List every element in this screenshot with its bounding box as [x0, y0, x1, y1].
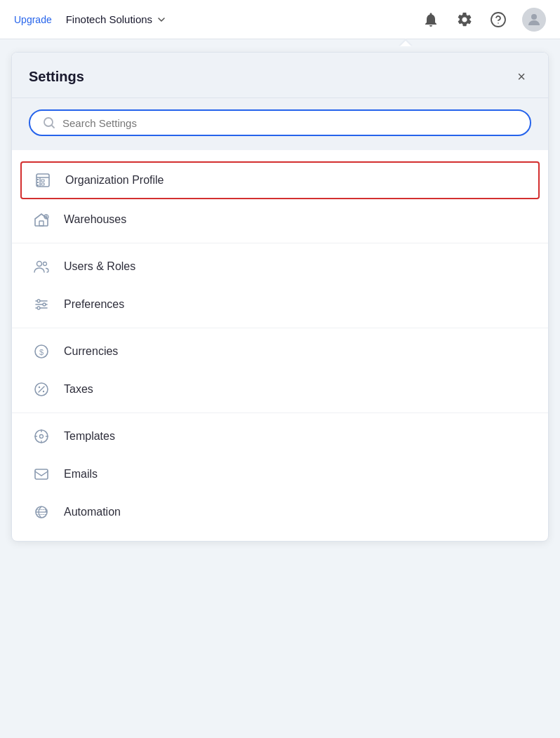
svg-rect-11: [37, 184, 39, 186]
svg-point-3: [44, 118, 53, 126]
menu-item-automation[interactable]: Automation: [12, 493, 548, 531]
search-box: [29, 109, 531, 136]
topbar: Upgrade Finotech Solutions: [0, 0, 560, 39]
settings-title: Settings: [29, 69, 84, 85]
svg-rect-9: [37, 179, 39, 180]
svg-point-19: [37, 300, 40, 302]
chevron-down-icon: [156, 15, 166, 25]
svg-rect-8: [41, 183, 44, 185]
warehouses-icon: [32, 210, 51, 229]
menu-item-emails[interactable]: Emails: [12, 455, 548, 493]
svg-point-21: [37, 307, 40, 309]
notification-icon[interactable]: [421, 10, 441, 29]
menu-section-finance: $ Currencies Taxes: [12, 328, 548, 412]
menu-item-label-warehouses: Warehouses: [64, 213, 126, 226]
menu-section-communication: Templates Emails: [12, 412, 548, 535]
search-icon: [43, 116, 55, 129]
menu-item-label-users-roles: Users & Roles: [64, 260, 135, 273]
menu-list: Organization Profile Warehouses: [12, 150, 548, 541]
svg-point-15: [44, 262, 47, 266]
svg-point-0: [491, 13, 505, 27]
settings-header: Settings ×: [12, 53, 548, 98]
org-switcher[interactable]: Finotech Solutions: [66, 13, 166, 25]
menu-item-templates[interactable]: Templates: [12, 417, 548, 455]
svg-text:$: $: [39, 348, 44, 356]
menu-item-label-emails: Emails: [64, 468, 98, 481]
svg-rect-12: [39, 221, 44, 226]
menu-item-label-organization-profile: Organization Profile: [65, 174, 164, 187]
help-icon[interactable]: [488, 10, 508, 29]
svg-point-2: [531, 14, 537, 20]
org-name: Finotech Solutions: [66, 13, 152, 25]
emails-icon: [32, 464, 51, 484]
svg-point-27: [43, 391, 44, 392]
taxes-icon: [32, 380, 51, 399]
svg-rect-7: [41, 180, 44, 182]
settings-icon[interactable]: [455, 10, 474, 29]
preferences-icon: [32, 295, 51, 314]
topbar-icons: [421, 8, 546, 32]
templates-icon: [32, 427, 51, 446]
close-button[interactable]: ×: [512, 67, 531, 86]
svg-point-26: [39, 387, 40, 388]
upgrade-link[interactable]: Upgrade: [14, 14, 52, 25]
menu-item-currencies[interactable]: $ Currencies: [12, 333, 548, 370]
menu-item-label-currencies: Currencies: [64, 345, 118, 358]
search-input[interactable]: [62, 117, 517, 129]
avatar[interactable]: [522, 8, 546, 32]
menu-item-label-preferences: Preferences: [64, 298, 124, 311]
menu-item-organization-profile[interactable]: Organization Profile: [20, 161, 540, 199]
search-area: [12, 98, 548, 150]
caret-up-inner: [400, 41, 411, 46]
menu-item-label-automation: Automation: [64, 506, 121, 518]
svg-point-1: [498, 22, 499, 24]
svg-rect-30: [35, 469, 48, 479]
svg-point-14: [37, 262, 42, 267]
menu-item-label-taxes: Taxes: [64, 383, 93, 396]
settings-panel: Settings ×: [11, 52, 549, 542]
menu-section-users: Users & Roles Preferences: [12, 243, 548, 328]
svg-point-20: [43, 303, 46, 306]
menu-item-preferences[interactable]: Preferences: [12, 286, 548, 323]
svg-point-29: [40, 435, 44, 438]
organization-profile-icon: [33, 170, 53, 190]
menu-item-label-templates: Templates: [64, 430, 115, 443]
svg-rect-10: [37, 182, 39, 183]
menu-item-warehouses[interactable]: Warehouses: [12, 201, 548, 239]
currencies-icon: $: [32, 342, 51, 361]
menu-item-users-roles[interactable]: Users & Roles: [12, 248, 548, 286]
menu-item-taxes[interactable]: Taxes: [12, 370, 548, 408]
users-roles-icon: [32, 257, 51, 276]
menu-section-org: Organization Profile Warehouses: [12, 156, 548, 243]
automation-icon: [32, 502, 51, 522]
